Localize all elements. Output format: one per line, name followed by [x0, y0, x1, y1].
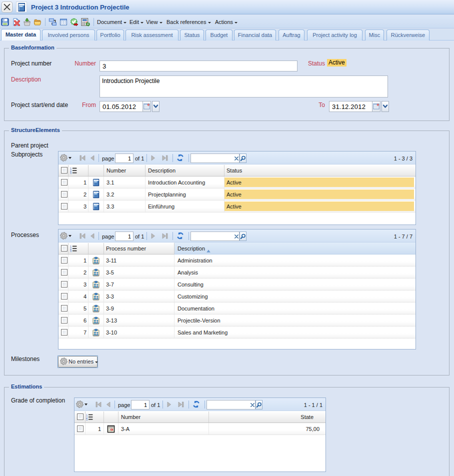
svg-text:3: 3	[70, 172, 72, 174]
svg-text:3: 3	[70, 250, 72, 252]
